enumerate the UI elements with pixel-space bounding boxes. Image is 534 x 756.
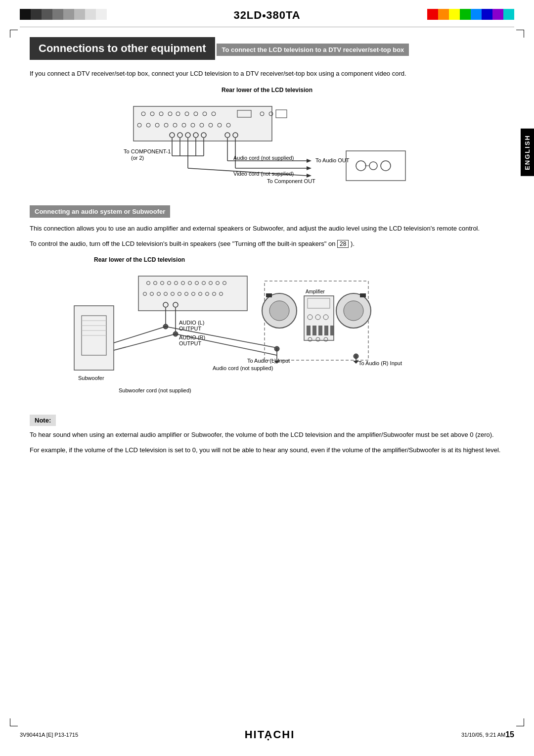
svg-marker-44: [307, 159, 312, 163]
cs-block-green: [460, 9, 471, 20]
cs-block-blue: [482, 9, 492, 20]
svg-rect-117: [312, 326, 316, 335]
hitachi-logo: HITA●CHI: [78, 728, 461, 741]
svg-text:Audio cord (not supplied): Audio cord (not supplied): [233, 155, 294, 161]
language-tab: ENGLISH: [521, 129, 534, 176]
svg-line-96: [114, 327, 166, 343]
cs-block: [42, 9, 52, 20]
page-footer: 3V90441A [E] P13-17 15 HITA●CHI 31/10/05…: [0, 728, 534, 741]
svg-rect-109: [266, 293, 272, 297]
color-strip-left: [20, 9, 107, 20]
svg-point-125: [344, 301, 363, 321]
corner-mark-bl: [10, 718, 18, 726]
svg-point-108: [269, 301, 289, 321]
diagram2-svg: Subwoofer: [69, 266, 465, 405]
diagram1-area: Rear lower of the LCD television: [30, 87, 504, 195]
svg-rect-13: [276, 110, 287, 118]
cs-block-purple: [492, 9, 503, 20]
main-content: Connections to other equipment To connec…: [0, 27, 534, 480]
section2-body2-text: To control the audio, turn off the LCD t…: [30, 240, 335, 247]
svg-text:To Audio OUT: To Audio OUT: [315, 157, 350, 163]
cs-block: [31, 9, 42, 20]
cs-block: [85, 9, 96, 20]
svg-text:Video cord (not supplied): Video cord (not supplied): [233, 171, 294, 177]
model-title: 32LD380TA: [233, 9, 300, 22]
svg-text:OUTPUT: OUTPUT: [179, 340, 202, 346]
svg-text:Subwoofer: Subwoofer: [78, 375, 104, 381]
svg-text:Audio cord (not supplied): Audio cord (not supplied): [213, 365, 273, 371]
cs-block-lightblue: [471, 9, 482, 20]
color-strip-right: [427, 9, 514, 20]
svg-text:To Audio (L) Input: To Audio (L) Input: [247, 358, 290, 364]
cs-block-cyan: [503, 9, 514, 20]
footer-right: 31/10/05, 9:21 AM: [461, 732, 505, 738]
note-text2: For example, if the volume of the LCD te…: [30, 445, 504, 456]
section2-body2-end: ).: [351, 240, 355, 247]
svg-rect-116: [307, 326, 311, 335]
svg-text:To Component OUT: To Component OUT: [267, 178, 315, 184]
cs-block-orange: [438, 9, 449, 20]
footer-left: 3V90441A [E] P13-17: [20, 732, 72, 738]
svg-marker-46: [307, 166, 312, 170]
svg-text:To Audio (R) Input: To Audio (R) Input: [358, 360, 402, 366]
svg-text:Amplifier: Amplifier: [306, 289, 325, 294]
cs-block-yellow: [449, 9, 460, 20]
model-dot: [263, 14, 266, 17]
cs-block: [96, 9, 107, 20]
diagram1-label: Rear lower of the LCD television: [30, 87, 504, 94]
svg-point-53: [356, 161, 366, 171]
corner-mark-tl: [10, 30, 18, 38]
section1-body1: If you connect a DTV receiver/set-top bo…: [30, 69, 504, 79]
svg-text:To COMPONENT-1: To COMPONENT-1: [124, 148, 171, 154]
page-number: 15: [505, 730, 514, 739]
diagram1-svg: To COMPONENT-1 (or 2) Audio cord (not su…: [94, 96, 440, 195]
page-ref-box: 28: [337, 240, 349, 248]
section2-heading: Connecting an audio system or Subwoofer: [30, 205, 170, 218]
cs-block: [52, 9, 63, 20]
svg-line-97: [114, 334, 176, 350]
footer-center: 15: [72, 732, 78, 738]
section2-body1: This connection allows you to use an aud…: [30, 224, 504, 234]
svg-text:OUTPUT: OUTPUT: [179, 326, 202, 331]
cs-block: [20, 9, 31, 20]
svg-point-56: [381, 161, 391, 171]
svg-text:(or 2): (or 2): [131, 155, 144, 161]
diagram2-area: Rear lower of the LCD television Subwoof…: [30, 256, 504, 405]
svg-point-54: [369, 162, 377, 170]
section2-body2: To control the audio, turn off the LCD t…: [30, 239, 504, 249]
note-label: Note:: [30, 415, 56, 426]
note-text1: To hear sound when using an external aud…: [30, 430, 504, 440]
svg-rect-126: [360, 293, 366, 297]
corner-mark-tr: [516, 30, 524, 38]
svg-rect-120: [330, 326, 334, 335]
svg-marker-48: [307, 174, 312, 178]
svg-rect-119: [324, 326, 328, 335]
page-heading: Connections to other equipment: [30, 37, 215, 60]
svg-text:Subwoofer cord (not supplied): Subwoofer cord (not supplied): [119, 387, 191, 393]
cs-block: [63, 9, 74, 20]
section1-heading: To connect the LCD television to a DTV r…: [217, 44, 409, 56]
header-bar: 32LD380TA: [0, 0, 534, 27]
cs-block-red: [427, 9, 438, 20]
svg-text:AUDIO (L): AUDIO (L): [179, 320, 204, 326]
svg-rect-118: [318, 326, 322, 335]
diagram2-label: Rear lower of the LCD television: [94, 256, 504, 263]
svg-rect-52: [346, 151, 405, 181]
cs-block: [74, 9, 85, 20]
corner-mark-br: [516, 718, 524, 726]
